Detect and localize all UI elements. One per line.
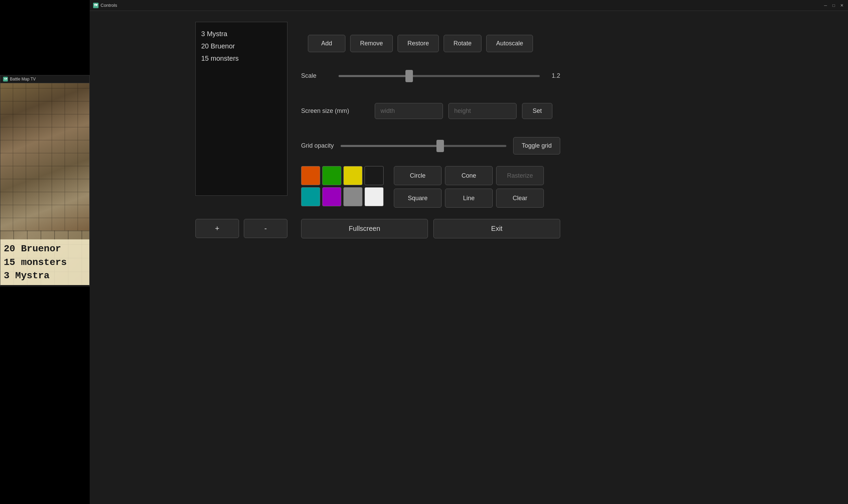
scale-slider-thumb[interactable] xyxy=(405,70,413,82)
minus-button[interactable]: - xyxy=(244,219,287,238)
scale-label: Scale xyxy=(301,72,332,79)
char-item-2: 20 Bruenor xyxy=(201,40,282,52)
toolbar: Add Remove Restore Rotate Autoscale xyxy=(308,35,533,52)
screen-height-input[interactable] xyxy=(448,103,517,119)
grid-section: Grid opacity Toggle grid xyxy=(301,137,560,154)
scale-section: Scale 1.2 xyxy=(301,72,560,79)
swatches-section: Circle Cone Rasterize Square Line Clear xyxy=(301,166,544,208)
toggle-grid-button[interactable]: Toggle grid xyxy=(513,137,560,154)
exit-button[interactable]: Exit xyxy=(433,219,560,238)
grid-opacity-thumb[interactable] xyxy=(436,140,444,152)
scale-slider-track[interactable] xyxy=(339,75,540,77)
screen-size-section: Screen size (mm) Set xyxy=(301,103,552,119)
minimize-button[interactable]: ─ xyxy=(823,3,828,8)
char-item-1: 3 Mystra xyxy=(201,28,282,40)
rasterize-button[interactable]: Rasterize xyxy=(496,166,544,185)
overlay-line2: 15 monsters xyxy=(4,256,87,269)
bottom-main-buttons: Fullscreen Exit xyxy=(301,219,560,238)
swatch-gray[interactable] xyxy=(343,187,362,206)
swatch-green[interactable] xyxy=(322,166,341,185)
rotate-button[interactable]: Rotate xyxy=(444,35,481,52)
scale-slider-fill xyxy=(339,75,409,77)
clear-button[interactable]: Clear xyxy=(496,189,544,208)
window-controls: ─ □ ✕ xyxy=(823,3,845,8)
battle-map-image: 20 Bruenor 15 monsters 3 Mystra xyxy=(0,83,89,285)
app-icon: 🗺 xyxy=(93,3,99,8)
maximize-button[interactable]: □ xyxy=(831,3,836,8)
autoscale-button[interactable]: Autoscale xyxy=(486,35,533,52)
plus-button[interactable]: + xyxy=(195,219,239,238)
plus-minus-buttons: + - xyxy=(195,219,287,238)
scale-value: 1.2 xyxy=(547,72,560,79)
battle-map-icon: 🗺 xyxy=(3,77,8,81)
set-button[interactable]: Set xyxy=(522,103,552,119)
close-button[interactable]: ✕ xyxy=(839,3,845,8)
battle-map-title: Battle Map TV xyxy=(10,77,36,81)
line-button[interactable]: Line xyxy=(445,189,493,208)
color-swatches xyxy=(301,166,384,206)
shape-buttons: Circle Cone Rasterize Square Line Clear xyxy=(394,166,544,208)
grid-opacity-fill xyxy=(341,145,440,147)
titlebar-title: Controls xyxy=(101,3,823,8)
swatch-orange[interactable] xyxy=(301,166,320,185)
square-button[interactable]: Square xyxy=(394,189,442,208)
swatch-teal[interactable] xyxy=(301,187,320,206)
overlay-line1: 20 Bruenor xyxy=(4,242,87,255)
swatch-yellow[interactable] xyxy=(343,166,362,185)
char-item-3: 15 monsters xyxy=(201,52,282,64)
circle-button[interactable]: Circle xyxy=(394,166,442,185)
battle-map-panel: 🗺 Battle Map TV 20 Bruenor 15 monsters 3… xyxy=(0,75,90,286)
cone-button[interactable]: Cone xyxy=(445,166,493,185)
screen-width-input[interactable] xyxy=(375,103,443,119)
grid-opacity-slider[interactable] xyxy=(341,145,506,147)
main-panel: 3 Mystra 20 Bruenor 15 monsters Add Remo… xyxy=(90,11,848,504)
swatch-white[interactable] xyxy=(365,187,384,206)
swatch-purple[interactable] xyxy=(322,187,341,206)
titlebar: 🗺 Controls ─ □ ✕ xyxy=(90,0,848,11)
swatch-black[interactable] xyxy=(365,166,384,185)
restore-button[interactable]: Restore xyxy=(398,35,439,52)
add-button[interactable]: Add xyxy=(308,35,345,52)
character-list: 3 Mystra 20 Bruenor 15 monsters xyxy=(195,22,287,196)
grid-opacity-label: Grid opacity xyxy=(301,142,334,149)
screen-size-label: Screen size (mm) xyxy=(301,107,369,115)
remove-button[interactable]: Remove xyxy=(350,35,393,52)
overlay-line3: 3 Mystra xyxy=(4,269,87,282)
fullscreen-button[interactable]: Fullscreen xyxy=(301,219,428,238)
battle-map-header: 🗺 Battle Map TV xyxy=(0,75,89,83)
bottom-overlay: 20 Bruenor 15 monsters 3 Mystra xyxy=(0,239,89,285)
